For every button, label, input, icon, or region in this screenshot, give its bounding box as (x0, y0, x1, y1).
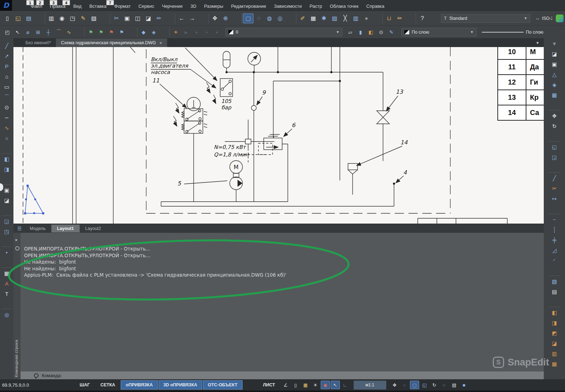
layer-combo[interactable]: 0 ▼ (226, 28, 342, 36)
navigation-compass-icon[interactable]: ◉ (321, 381, 330, 389)
layer-walk-tool[interactable]: ▥ (548, 349, 560, 358)
dimension-style-combo[interactable]: ↔ ISO-2 (535, 16, 552, 21)
cut-button[interactable]: ✂ (111, 13, 122, 23)
sheet-frame-lines[interactable] (23, 47, 135, 224)
point-tool[interactable]: • (1, 248, 12, 257)
selected-triangle[interactable] (24, 185, 44, 214)
tab-model[interactable]: Модель (24, 225, 51, 232)
paste-special-button[interactable]: ◪ (143, 13, 154, 23)
separator[interactable] (1, 144, 12, 154)
zoom-window-icon[interactable]: ▢ (410, 381, 419, 389)
separator[interactable] (285, 13, 296, 23)
free-orbit-icon[interactable]: ○ (440, 381, 449, 389)
separator[interactable] (74, 28, 85, 37)
chip-button[interactable]: ▮ (355, 28, 366, 37)
separator[interactable] (99, 13, 110, 23)
offset-tool[interactable]: ◈ (548, 80, 560, 90)
оПРИВЯЗКА[interactable]: оПРИВЯЗКА (121, 380, 158, 390)
pressure-gauge-symbol[interactable] (248, 52, 261, 72)
array-tool[interactable]: ▦ (548, 90, 560, 100)
tab-layout2[interactable]: Layout2 (80, 225, 107, 232)
separator[interactable] (231, 13, 242, 23)
open-file-button[interactable]: ◱ (13, 13, 23, 23)
sheet-preview-icon[interactable]: ▤ (450, 381, 459, 389)
save-button[interactable]: ▤ (23, 13, 34, 23)
mtext-tool[interactable]: A (1, 279, 12, 288)
polyline-tool[interactable]: P (1, 62, 12, 71)
reference-frame-button[interactable]: ⊔ (384, 13, 394, 23)
zoom-extents-icon[interactable]: ◱ (420, 381, 429, 389)
insert-block-tool[interactable]: ◲ (1, 217, 12, 226)
make-plane-button[interactable]: ▱ (345, 28, 355, 37)
doc-tab-untitled[interactable]: Без имени0* (21, 39, 56, 47)
separator[interactable] (127, 28, 137, 37)
solid-subtract-button[interactable]: ◈ (149, 28, 159, 37)
spline-tool[interactable]: ∿ (1, 123, 12, 133)
sketch-mode-icon[interactable]: ∟ (341, 381, 350, 389)
layer-edit-pencil-button[interactable]: ✎ (386, 28, 396, 37)
separator[interactable] (548, 266, 560, 276)
rectangle-tool[interactable]: ▭ (1, 82, 12, 92)
join-tool[interactable]: ╪ (548, 235, 560, 245)
layer-flag-r-button[interactable]: ⚑ (106, 28, 116, 37)
supply-bus-lines[interactable] (226, 47, 383, 180)
toolbar-overflow-icon[interactable]: ▼ (548, 39, 560, 48)
utilities-button[interactable]: ╳ (340, 13, 350, 23)
menu-item[interactable]: Черчение (158, 3, 187, 10)
separator[interactable] (548, 100, 560, 110)
gradient-tool[interactable]: ◨ (1, 165, 12, 174)
ШАГ[interactable]: ШАГ (75, 380, 95, 390)
menu-item[interactable]: Облака точек (326, 3, 363, 10)
edit-attributes-button[interactable]: ✐ (297, 13, 308, 23)
undo-button[interactable]: ← (176, 13, 187, 23)
close-icon[interactable]: × (159, 40, 162, 46)
text-style-combo[interactable]: T Standard ▼ (441, 14, 530, 23)
inspect-cells-button[interactable]: ⊞ (33, 28, 43, 37)
lengthen-tool[interactable]: ╱ (548, 173, 560, 183)
table-tool[interactable]: ▦ (1, 269, 12, 278)
viewport-icon[interactable]: ■ (460, 381, 469, 389)
hatch-tool[interactable]: ◧ (1, 154, 12, 164)
cursor-mode-icon[interactable]: ↖ (331, 381, 340, 389)
format-painter-button[interactable]: ✏ (154, 13, 164, 23)
3D оПРИВЯЗКА[interactable]: 3D оПРИВЯЗКА (159, 380, 202, 390)
esign-button[interactable]: ✎ (78, 13, 89, 23)
menu-item[interactable]: Размеры (200, 3, 227, 10)
break-at-point-tool[interactable]: ┆ (548, 225, 560, 235)
doc-tab-schema[interactable]: Схема гидравлическая принципиальная.DWG … (56, 39, 167, 47)
linetype-combo[interactable]: По слою (479, 28, 546, 36)
separator[interactable] (548, 204, 560, 214)
stretch-tool[interactable]: ◲ (548, 152, 560, 162)
options-button[interactable]: ✱ (319, 13, 329, 23)
line-tool[interactable]: ╱ (1, 41, 12, 51)
donut-tool[interactable]: ◎ (1, 310, 12, 319)
pin-icon[interactable] (15, 246, 19, 250)
batch-plot-button[interactable]: ▧ (89, 13, 99, 23)
box-face-button[interactable]: ◧ (366, 28, 376, 37)
layer-lock-tool[interactable]: ◩ (548, 328, 560, 338)
layer-isolate-tool[interactable]: ◪ (548, 339, 560, 348)
menu-item[interactable]: Сервис (135, 3, 158, 10)
create-block-tool[interactable]: ◳ (1, 227, 12, 236)
tab-overflow-icon[interactable]: ▼ (536, 41, 540, 45)
ellipse-tool[interactable]: ○ (1, 133, 12, 143)
cloud-tool[interactable]: ∽ (1, 113, 12, 122)
ОТС-ОБЪЕКТ[interactable]: ОТС-ОБЪЕКТ (203, 380, 242, 390)
title-block[interactable] (418, 218, 507, 224)
trim-tool[interactable]: ✂ (548, 184, 560, 193)
group-button[interactable]: ◰ (2, 28, 12, 37)
copy-button[interactable]: ▣ (122, 13, 132, 23)
accumulator-symbol[interactable] (223, 51, 230, 72)
selection-cursor-button[interactable]: ↖ (12, 28, 23, 37)
export-button[interactable]: ◳ (67, 13, 78, 23)
layer-flag-n-button[interactable]: ⚑ (116, 28, 127, 37)
menu-item[interactable]: Редактирование (227, 3, 270, 10)
menu-item[interactable]: Справка (363, 3, 388, 10)
separator[interactable] (405, 13, 416, 23)
tab-layout1[interactable]: Layout1 (51, 225, 80, 232)
erase-tool[interactable]: ◪ (548, 49, 560, 59)
menu-item[interactable]: Зависимости (270, 3, 306, 10)
etransmit-button[interactable]: ● (361, 13, 372, 23)
polygon-tool[interactable]: ⌂ (1, 72, 12, 81)
pressure-switch-105[interactable]: 105 бар (206, 79, 233, 111)
